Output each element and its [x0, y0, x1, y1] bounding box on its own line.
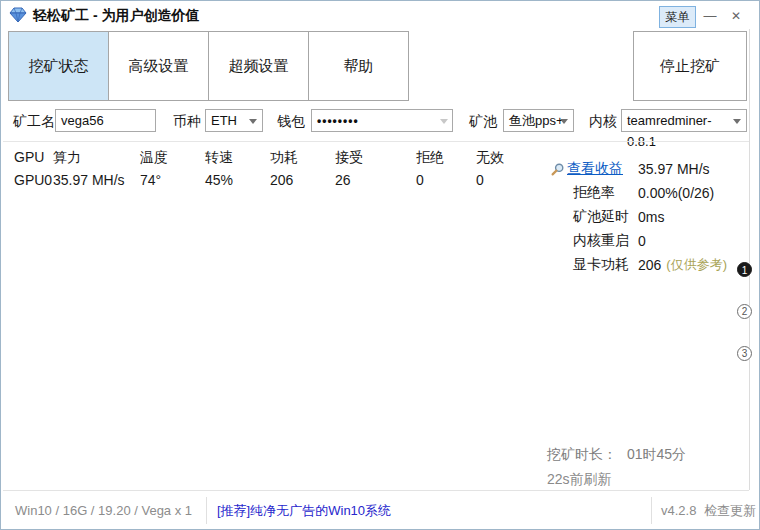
col-power: 功耗	[270, 149, 335, 167]
minimize-button[interactable]: —	[698, 5, 722, 27]
wallet-input[interactable]: ••••••••	[311, 109, 453, 132]
close-button[interactable]: ✕	[724, 5, 748, 27]
chevron-down-icon	[560, 119, 568, 124]
window-title: 轻松矿工 - 为用户创造价值	[33, 1, 199, 29]
stop-mining-button[interactable]: 停止挖矿	[633, 31, 747, 101]
cell-power: 206	[270, 172, 335, 188]
magnifier-icon	[551, 162, 565, 176]
col-fan: 转速	[205, 149, 270, 167]
refresh-status: 22s前刷新	[547, 471, 612, 489]
gpu-power-label: 显卡功耗	[573, 256, 638, 274]
cell-rejected: 0	[416, 172, 476, 188]
col-temp: 温度	[140, 149, 205, 167]
table-row: GPU0 35.97 MH/s 74° 45% 206 26 0 0	[1, 172, 536, 188]
app-window: 轻松矿工 - 为用户创造价值 菜单 — ✕ 挖矿状态 高级设置 超频设置 帮助 …	[0, 0, 760, 530]
cell-temp: 74°	[140, 172, 205, 188]
cell-gpu: GPU0	[1, 172, 53, 188]
col-rejected: 拒绝	[416, 149, 476, 167]
chevron-down-icon	[249, 119, 257, 124]
divider	[651, 497, 652, 524]
tab-mining-status[interactable]: 挖矿状态	[8, 31, 109, 101]
app-logo-gem-icon	[9, 7, 27, 23]
pool-select[interactable]: 鱼池pps+	[503, 109, 574, 132]
wallet-label: 钱包	[277, 109, 305, 133]
stat-row-gpu-power: 显卡功耗 206 (仅供参考)	[547, 253, 747, 277]
page-dot-3[interactable]: 3	[737, 346, 752, 361]
stat-row-reject-rate: 拒绝率 0.00%(0/26)	[547, 181, 747, 205]
gpu-power-value: 206	[638, 257, 661, 273]
col-invalid: 无效	[476, 149, 536, 167]
kernel-select-value: teamredminer-0.8.1	[627, 113, 712, 149]
reject-rate-value: 0.00%(0/26)	[638, 185, 714, 201]
system-info: Win10 / 16G / 19.20 / Vega x 1	[15, 491, 192, 530]
pool-label: 矿池	[469, 109, 497, 133]
kernel-label: 内核	[589, 109, 617, 133]
title-bar: 轻松矿工 - 为用户创造价值 菜单 — ✕	[1, 1, 759, 29]
stats-panel: 查看收益 35.97 MH/s 拒绝率 0.00%(0/26) 矿池延时 0ms…	[547, 157, 747, 277]
col-hashrate: 算力	[53, 149, 140, 167]
page-dot-2[interactable]: 2	[737, 304, 752, 319]
stat-row-pool-latency: 矿池延时 0ms	[547, 205, 747, 229]
view-income-link[interactable]: 查看收益	[567, 160, 623, 178]
kernel-restart-label: 内核重启	[573, 232, 638, 250]
coin-select[interactable]: ETH	[205, 109, 263, 132]
gpu-power-note: (仅供参考)	[666, 256, 727, 274]
gpu-table-header: GPU 算力 温度 转速 功耗 接受 拒绝 无效	[1, 149, 536, 167]
win10-promo-link[interactable]: [推荐]纯净无广告的Win10系统	[217, 491, 391, 530]
version-label: v4.2.8	[661, 503, 696, 518]
pool-latency-label: 矿池延时	[573, 208, 638, 226]
cell-hashrate: 35.97 MH/s	[53, 172, 140, 188]
tab-help[interactable]: 帮助	[308, 31, 409, 101]
content-right-border	[749, 29, 750, 490]
cell-accepted: 26	[335, 172, 416, 188]
cell-fan: 45%	[205, 172, 270, 188]
pool-latency-value: 0ms	[638, 209, 664, 225]
version-area: v4.2.8 检查更新	[661, 491, 756, 530]
divider	[3, 141, 749, 142]
status-bar: Win10 / 16G / 19.20 / Vega x 1 [推荐]纯净无广告…	[1, 491, 759, 530]
wallet-masked-value: ••••••••	[317, 114, 359, 128]
col-accepted: 接受	[335, 149, 416, 167]
stat-row-kernel-restarts: 内核重启 0	[547, 229, 747, 253]
miner-name-input[interactable]: vega56	[55, 109, 156, 132]
menu-button[interactable]: 菜单	[659, 6, 696, 28]
pool-select-value: 鱼池pps+	[509, 113, 564, 128]
kernel-restart-value: 0	[638, 233, 646, 249]
cell-invalid: 0	[476, 172, 536, 188]
check-update-link[interactable]: 检查更新	[704, 503, 756, 518]
miner-name-label: 矿工名	[13, 109, 55, 133]
tab-overclock-settings[interactable]: 超频设置	[208, 31, 309, 101]
page-dot-1[interactable]: 1	[737, 262, 752, 277]
coin-label: 币种	[173, 109, 201, 133]
total-hashrate-value: 35.97 MH/s	[638, 161, 710, 177]
tab-advanced-settings[interactable]: 高级设置	[108, 31, 209, 101]
coin-select-value: ETH	[211, 113, 237, 128]
col-gpu: GPU	[1, 149, 53, 167]
chevron-down-icon	[440, 119, 448, 124]
mining-duration-label: 挖矿时长：	[547, 446, 617, 462]
mining-duration: 挖矿时长： 01时45分	[547, 446, 686, 464]
mining-duration-value: 01时45分	[627, 446, 686, 462]
chevron-down-icon	[733, 119, 741, 124]
kernel-select[interactable]: teamredminer-0.8.1	[621, 109, 747, 132]
stat-row-income: 查看收益 35.97 MH/s	[547, 157, 747, 181]
divider	[206, 497, 207, 524]
reject-rate-label: 拒绝率	[573, 184, 638, 202]
